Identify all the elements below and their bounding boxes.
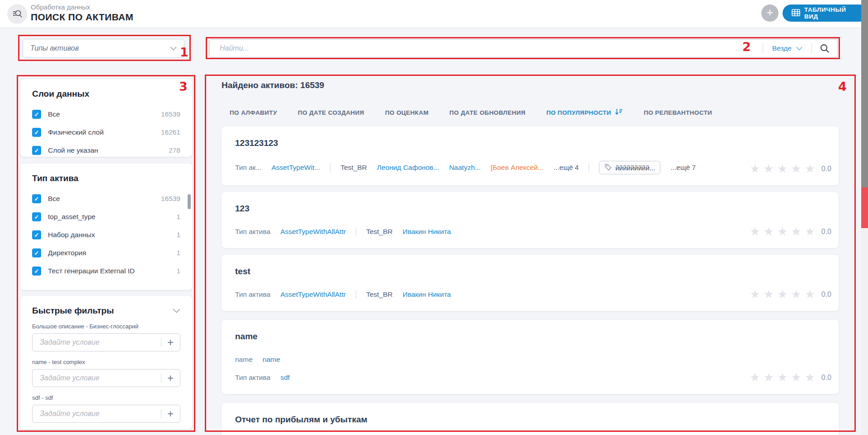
quick-filter-label: sdf - sdf	[32, 394, 180, 401]
meta-label: Тип актива	[235, 228, 270, 236]
star-icon[interactable]: ★	[750, 225, 760, 238]
quick-filter-input[interactable]	[33, 374, 180, 382]
star-icon[interactable]: ★	[764, 371, 774, 384]
meta-link[interactable]: Ивакин Никита	[402, 290, 451, 299]
star-icon[interactable]: ★	[764, 162, 774, 175]
checkbox-checked[interactable]: ✓	[32, 128, 41, 137]
filter-option-count: 1	[176, 267, 180, 275]
filter-option[interactable]: ✓Тест генерации External ID1	[32, 262, 180, 280]
sort-tab-active[interactable]: ПО ПОПУЛЯРНОСТИ	[546, 108, 623, 117]
checkbox-checked[interactable]: ✓	[32, 230, 41, 239]
result-card[interactable]: testТип активаAssetTypeWithAllAttrTest_B…	[222, 255, 839, 311]
meta-link-orange[interactable]: [Боев Алексей...	[491, 164, 543, 172]
star-icon[interactable]: ★	[805, 162, 815, 175]
result-card[interactable]: 123123123Тип ак...AssetTypeWit...Test_BR…	[222, 126, 839, 185]
divider	[356, 290, 356, 299]
quick-filter-input-group: +	[32, 405, 180, 423]
checkbox-checked[interactable]: ✓	[32, 212, 41, 221]
add-button[interactable]: +	[761, 5, 778, 22]
asset-type-list: ✓Все16539✓top_asset_type1✓Набор данных1✓…	[32, 190, 180, 280]
meta-more-link[interactable]: ...ещё 7	[670, 164, 696, 172]
filter-option-label: Тест генерации External ID	[48, 267, 135, 275]
meta-link[interactable]: name	[263, 355, 280, 364]
asset-types-placeholder: Типы активов	[30, 44, 170, 52]
table-view-button[interactable]: ТАБЛИЧНЫЙ ВИД	[783, 5, 868, 22]
filter-option[interactable]: ✓top_asset_type1	[32, 208, 180, 226]
sort-tab-option[interactable]: ПО ОЦЕНКАМ	[385, 109, 429, 116]
meta-link[interactable]: AssetTypeWithAllAttr	[280, 290, 346, 299]
result-card-title[interactable]: Отчет по прибылям и убыткам	[235, 415, 825, 425]
star-icon[interactable]: ★	[805, 371, 815, 384]
star-icon[interactable]: ★	[805, 288, 815, 301]
checkbox-checked[interactable]: ✓	[32, 110, 41, 119]
filter-option[interactable]: ✓Набор данных1	[32, 226, 180, 244]
result-card-title[interactable]: name	[235, 332, 825, 341]
meta-link[interactable]: AssetTypeWithAllAttr	[280, 228, 346, 236]
sort-tab-option[interactable]: ПО АЛФАВИТУ	[230, 109, 277, 116]
add-condition-button plus-icon[interactable]: +	[161, 334, 180, 351]
search-document-icon	[7, 4, 27, 24]
star-icon[interactable]: ★	[750, 288, 760, 301]
divider	[330, 163, 330, 172]
sort-tab-option[interactable]: ПО ДАТЕ ОБНОВЛЕНИЯ	[449, 109, 525, 116]
sort-tab-option[interactable]: ПО РЕЛЕВАНТНОСТИ	[644, 109, 712, 116]
search-input[interactable]	[210, 44, 763, 52]
page-scrollbar[interactable]	[861, 0, 868, 435]
meta-link[interactable]: Ивакин Никита	[402, 228, 451, 236]
filter-option[interactable]: ✓Слой не указан278	[32, 141, 180, 159]
tag-chip[interactable]: ййййййййй...	[599, 161, 660, 174]
meta-link[interactable]: sdf	[280, 374, 290, 382]
star-icon[interactable]: ★	[791, 288, 801, 301]
filter-option[interactable]: ✓Все16539	[32, 105, 180, 123]
result-card[interactable]: namenamenameТип активаsdf★★★★★0.0	[222, 320, 839, 394]
result-card[interactable]: Отчет по прибылям и убыткамReport_Q1_Q2	[222, 403, 839, 435]
checkbox-checked[interactable]: ✓	[32, 248, 41, 257]
star-icon[interactable]: ★	[777, 371, 787, 384]
sort-tab-option[interactable]: ПО ДАТЕ СОЗДАНИЯ	[298, 109, 364, 116]
filter-option-label: Слой не указан	[48, 146, 98, 154]
filter-option[interactable]: ✓Физический слой16261	[32, 123, 180, 141]
breadcrumb: Обработка данных	[31, 3, 90, 11]
rating-value: 0.0	[821, 165, 831, 173]
meta-more-link[interactable]: ...ещё 4	[553, 164, 579, 172]
list-scrollbar-thumb[interactable]	[188, 194, 191, 209]
result-card-title[interactable]: test	[235, 267, 825, 276]
star-icon[interactable]: ★	[764, 225, 774, 238]
filter-option[interactable]: ✓Все16539	[32, 190, 180, 208]
meta-link[interactable]: AssetTypeWit...	[271, 164, 320, 172]
result-card-title[interactable]: 123123123	[235, 138, 825, 148]
star-icon[interactable]: ★	[777, 288, 787, 301]
quick-filter-label: name - test complex	[32, 359, 180, 365]
result-card[interactable]: 123Тип активаAssetTypeWithAllAttrTest_BR…	[222, 192, 839, 248]
star-icon[interactable]: ★	[777, 162, 787, 175]
result-card-title[interactable]: 123	[235, 204, 825, 214]
quick-filter-input[interactable]	[33, 410, 180, 418]
filter-option[interactable]: ✓Директория1	[32, 244, 180, 262]
checkbox-checked[interactable]: ✓	[32, 194, 41, 203]
star-icon[interactable]: ★	[791, 371, 801, 384]
results-list: 123123123Тип ак...AssetTypeWit...Test_BR…	[222, 126, 839, 435]
chevron-down-icon	[796, 44, 802, 52]
rating: ★★★★★0.0	[750, 225, 831, 238]
data-layers-panel: Слои данных ✓Все16539✓Физический слой162…	[20, 79, 192, 157]
scrollbar-thumb[interactable]	[861, 0, 868, 187]
star-icon[interactable]: ★	[777, 225, 787, 238]
star-icon[interactable]: ★	[750, 371, 760, 384]
asset-types-dropdown[interactable]: Типы активов	[23, 39, 184, 58]
checkbox-checked[interactable]: ✓	[32, 146, 41, 155]
checkbox-checked[interactable]: ✓	[32, 267, 41, 276]
search-scope-selector[interactable]: Везде	[763, 44, 811, 52]
app-header: Обработка данных ПОИСК ПО АКТИВАМ + ТАБЛ…	[0, 0, 868, 28]
quick-filter-input[interactable]	[33, 338, 180, 346]
star-icon[interactable]: ★	[791, 162, 801, 175]
add-condition-button plus-icon[interactable]: +	[161, 370, 180, 387]
star-icon[interactable]: ★	[791, 225, 801, 238]
add-condition-button plus-icon[interactable]: +	[161, 405, 180, 422]
collapse-chevron-down-icon[interactable]	[173, 307, 180, 315]
meta-link[interactable]: Леонид Сафонов...	[377, 164, 439, 172]
meta-link[interactable]: Naatyzh...	[449, 164, 481, 172]
star-icon[interactable]: ★	[750, 162, 760, 175]
star-icon[interactable]: ★	[764, 288, 774, 301]
star-icon[interactable]: ★	[805, 225, 815, 238]
search-submit-button[interactable]	[812, 40, 837, 57]
